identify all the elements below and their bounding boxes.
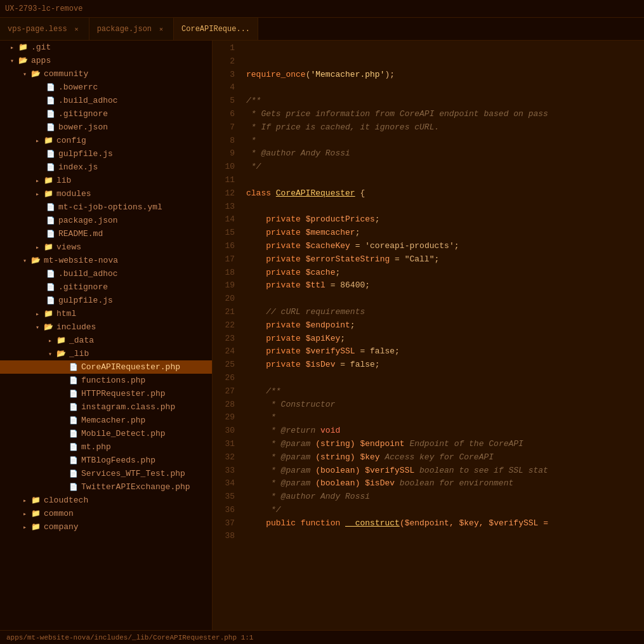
code-line-15: private $memcacher;	[246, 227, 644, 240]
sidebar-item-memcacher[interactable]: 📄Memcacher.php	[0, 414, 212, 427]
sidebar-item-html[interactable]: ▸📁html	[0, 307, 212, 320]
sidebar-item-includes[interactable]: ▾📂includes	[0, 320, 212, 334]
folder-icon-git: 📁	[18, 43, 28, 52]
file-icon-bower_json: 📄	[46, 123, 55, 131]
tab-vps-page[interactable]: vps-page.less ✕	[0, 18, 89, 40]
sidebar-item-config[interactable]: ▸📁config	[0, 134, 212, 147]
sidebar-label-build_adhoc2: .build_adhoc	[58, 269, 118, 279]
sidebar-item-functions_php[interactable]: 📄functions.php	[0, 374, 212, 387]
sidebar-label-http_requester: HTTPRequester.php	[81, 389, 166, 398]
sidebar-label-memcacher: Memcacher.php	[81, 416, 145, 425]
sidebar-item-cloudtech[interactable]: ▸📁cloudtech	[0, 494, 212, 507]
tab-core-api[interactable]: CoreAPIReque...	[174, 18, 258, 40]
tab-close-pkg[interactable]: ✕	[157, 25, 166, 34]
line-num-32: 32	[213, 451, 235, 464]
sidebar-label-package_json_c: package.json	[58, 216, 118, 225]
code-line-10: */	[246, 161, 644, 174]
sidebar-item-mt_ci[interactable]: 📄mt-ci-job-options.yml	[0, 200, 212, 214]
line-num-31: 31	[213, 438, 235, 451]
sidebar-item-core_api_req[interactable]: 📄CoreAPIRequester.php	[0, 360, 212, 374]
sidebar-item-_data[interactable]: ▸📁_data	[0, 334, 212, 347]
line-num-6: 6	[213, 108, 235, 121]
code-line-18: private $cache;	[246, 266, 644, 280]
file-icon-readme: 📄	[46, 230, 55, 238]
line-num-2: 2	[213, 55, 235, 69]
line-num-36: 36	[213, 504, 235, 517]
sidebar-label-index_js: index.js	[58, 162, 98, 172]
line-num-30: 30	[213, 424, 235, 438]
code-line-23: private $apiKey;	[246, 332, 644, 346]
sidebar[interactable]: ▸📁.git▾📂apps▾📂community📄.bowerrc📄.build_…	[0, 41, 213, 630]
code-line-11	[246, 174, 644, 187]
code-editor[interactable]: 1234567891011121314151617181920212223242…	[213, 41, 644, 630]
line-num-38: 38	[213, 530, 235, 543]
sidebar-item-bower_json[interactable]: 📄bower.json	[0, 121, 212, 134]
file-icon-mtblog: 📄	[69, 456, 78, 464]
main-layout: ▸📁.git▾📂apps▾📂community📄.bowerrc📄.build_…	[0, 41, 644, 630]
code-content: 1234567891011121314151617181920212223242…	[213, 41, 644, 630]
sidebar-item-lib[interactable]: ▸📁lib	[0, 174, 212, 187]
folder-icon-company: 📁	[31, 522, 41, 532]
sidebar-label-_lib: _lib	[69, 349, 89, 358]
tab-bar: vps-page.less ✕ package.json ✕ CoreAPIRe…	[0, 18, 644, 41]
folder-icon-modules: 📁	[44, 189, 53, 199]
tab-close-vps[interactable]: ✕	[72, 25, 81, 34]
sidebar-item-services_wtf[interactable]: 📄Services_WTF_Test.php	[0, 467, 212, 480]
line-num-24: 24	[213, 345, 235, 358]
sidebar-label-core_api_req: CoreAPIRequester.php	[81, 362, 180, 372]
sidebar-item-company[interactable]: ▸📁company	[0, 520, 212, 534]
sidebar-label-mt_ci: mt-ci-job-options.yml	[58, 202, 162, 212]
sidebar-item-git[interactable]: ▸📁.git	[0, 41, 212, 54]
sidebar-item-package_json_c[interactable]: 📄package.json	[0, 214, 212, 227]
code-line-13	[246, 200, 644, 214]
sidebar-item-mt_website_nova[interactable]: ▾📂mt-website-nova	[0, 254, 212, 267]
file-icon-index_js: 📄	[46, 163, 55, 171]
sidebar-item-instagram[interactable]: 📄instagram.class.php	[0, 400, 212, 414]
line-numbers: 1234567891011121314151617181920212223242…	[213, 41, 241, 630]
sidebar-item-build_adhoc2[interactable]: 📄.build_adhoc	[0, 267, 212, 280]
sidebar-item-readme[interactable]: 📄README.md	[0, 227, 212, 240]
sidebar-item-mobile_detect[interactable]: 📄Mobile_Detect.php	[0, 427, 212, 440]
line-num-33: 33	[213, 464, 235, 478]
sidebar-item-build_adhoc[interactable]: 📄.build_adhoc	[0, 94, 212, 107]
sidebar-item-apps[interactable]: ▾📂apps	[0, 54, 212, 67]
line-num-28: 28	[213, 398, 235, 412]
sidebar-item-gulpfile[interactable]: 📄gulpfile.js	[0, 147, 212, 161]
file-icon-twitter: 📄	[69, 483, 78, 491]
sidebar-item-http_requester[interactable]: 📄HTTPRequester.php	[0, 387, 212, 400]
code-line-6: * Gets price information from CoreAPI en…	[246, 108, 644, 121]
sidebar-item-mtblog[interactable]: 📄MTBlogFeeds.php	[0, 454, 212, 467]
code-line-24: private $verifySSL = false;	[246, 345, 644, 358]
code-line-8: *	[246, 135, 644, 148]
sidebar-item-gitignore2[interactable]: 📄.gitignore	[0, 280, 212, 294]
sidebar-item-mt_php[interactable]: 📄mt.php	[0, 440, 212, 454]
sidebar-label-gitignore: .gitignore	[58, 109, 108, 119]
line-num-27: 27	[213, 385, 235, 398]
file-icon-bowerrc: 📄	[46, 83, 55, 91]
file-icon-memcacher: 📄	[69, 416, 78, 424]
code-line-17: private $errorStateString = "Call";	[246, 253, 644, 266]
folder-arrow-html: ▸	[36, 310, 42, 318]
sidebar-item-common[interactable]: ▸📁common	[0, 507, 212, 520]
sidebar-item-index_js[interactable]: 📄index.js	[0, 161, 212, 174]
sidebar-item-community[interactable]: ▾📂community	[0, 67, 212, 81]
code-line-37: public function __construct($endpoint, $…	[246, 517, 644, 530]
sidebar-item-views[interactable]: ▸📁views	[0, 240, 212, 254]
sidebar-item-modules[interactable]: ▸📁modules	[0, 187, 212, 200]
sidebar-label-bower_json: bower.json	[58, 122, 108, 132]
code-line-22: private $endpoint;	[246, 319, 644, 332]
code-line-27: /**	[246, 385, 644, 398]
sidebar-item-bowerrc[interactable]: 📄.bowerrc	[0, 81, 212, 94]
sidebar-item-gulpfile2[interactable]: 📄gulpfile.js	[0, 294, 212, 307]
code-line-12: class CoreAPIRequester {	[246, 187, 644, 200]
sidebar-item-_lib[interactable]: ▾📂_lib	[0, 347, 212, 360]
sidebar-label-twitter: TwitterAPIExchange.php	[81, 482, 190, 492]
sidebar-item-twitter[interactable]: 📄TwitterAPIExchange.php	[0, 480, 212, 494]
file-icon-build_adhoc: 📄	[46, 96, 55, 105]
line-num-26: 26	[213, 372, 235, 385]
tab-package-json[interactable]: package.json ✕	[89, 18, 174, 40]
folder-arrow-views: ▸	[36, 244, 42, 251]
sidebar-label-gulpfile2: gulpfile.js	[58, 296, 113, 305]
sidebar-item-gitignore[interactable]: 📄.gitignore	[0, 107, 212, 121]
code-line-30: * @return void	[246, 424, 644, 438]
